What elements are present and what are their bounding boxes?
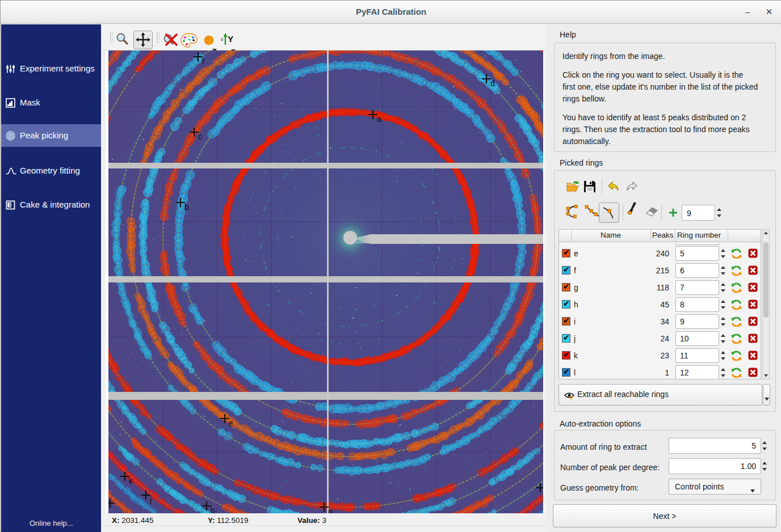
svg-text:k: k	[129, 476, 133, 485]
svg-text:f: f	[202, 57, 204, 66]
svg-text:g: g	[328, 507, 333, 513]
svg-text:a: a	[377, 115, 381, 124]
svg-text:h: h	[211, 506, 215, 513]
svg-text:j: j	[149, 495, 152, 504]
svg-text:c: c	[198, 132, 202, 141]
svg-text:b: b	[184, 202, 189, 212]
svg-text:e: e	[229, 419, 233, 428]
svg-text:d: d	[490, 79, 495, 88]
svg-text:Y: Y	[228, 34, 234, 44]
svg-text:0: 0	[221, 37, 223, 42]
